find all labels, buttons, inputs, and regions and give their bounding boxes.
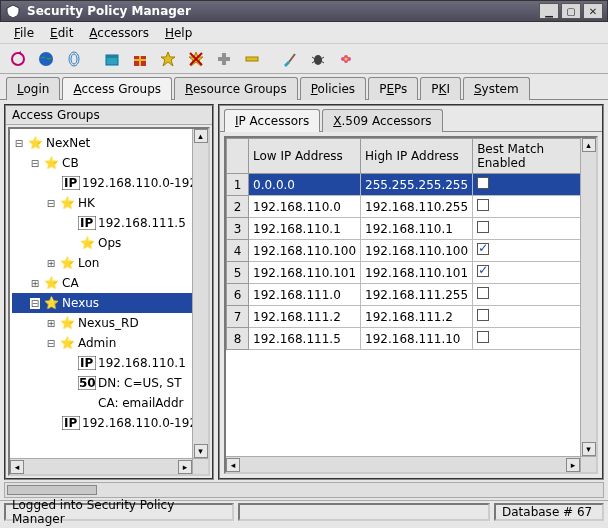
cell-best-match[interactable] [473,240,596,262]
tree-node-admin-ip[interactable]: IP192.168.110.1 [12,353,206,373]
cell-low-ip[interactable]: 192.168.110.100 [249,240,361,262]
tab-pki[interactable]: PKI [420,77,461,100]
tree-node-ca-email[interactable]: CA: emailAddr [12,393,206,413]
cell-best-match[interactable] [473,262,596,284]
cell-best-match[interactable] [473,218,596,240]
table-row[interactable]: 10.0.0.0255.255.255.255 [227,174,596,196]
svg-rect-8 [134,59,146,61]
table-row[interactable]: 2192.168.110.0192.168.110.255 [227,196,596,218]
col-rownum[interactable] [227,139,249,174]
cell-high-ip[interactable]: 192.168.111.2 [361,306,473,328]
tree-node-lon[interactable]: ⊞⭐Lon [12,253,206,273]
cell-low-ip[interactable]: 192.168.111.2 [249,306,361,328]
tab-policies[interactable]: Policies [300,77,366,100]
tool-minus-icon[interactable] [240,47,264,71]
cell-high-ip[interactable]: 192.168.110.255 [361,196,473,218]
tool-fingerprint-icon[interactable] [62,47,86,71]
split-slider[interactable] [4,482,604,498]
cell-high-ip[interactable]: 255.255.255.255 [361,174,473,196]
tool-flower-icon[interactable] [334,47,358,71]
cell-low-ip[interactable]: 192.168.111.0 [249,284,361,306]
maximize-button[interactable]: ▢ [561,3,581,19]
checkbox[interactable] [477,177,489,189]
rtab-x509-accessors[interactable]: X.509 Accessors [322,109,442,132]
cell-high-ip[interactable]: 192.168.110.101 [361,262,473,284]
tool-brush-icon[interactable] [278,47,302,71]
tree-node-admin[interactable]: ⊟⭐Admin [12,333,206,353]
slider-handle[interactable] [7,485,97,495]
tree-node-ca[interactable]: ⊞⭐CA [12,273,206,293]
cell-low-ip[interactable]: 192.168.111.5 [249,328,361,350]
cell-high-ip[interactable]: 192.168.111.255 [361,284,473,306]
checkbox[interactable] [477,265,489,277]
cell-low-ip[interactable]: 192.168.110.101 [249,262,361,284]
row-number: 8 [227,328,249,350]
tab-access-groups[interactable]: Access Groups [62,77,172,100]
cell-high-ip[interactable]: 192.168.110.1 [361,218,473,240]
table-horizontal-scrollbar[interactable]: ◂▸ [226,456,580,472]
col-high-ip[interactable]: High IP Address [361,139,473,174]
menu-edit[interactable]: Edit [44,24,79,42]
tree-node-nexnet[interactable]: ⊟⭐NexNet [12,133,206,153]
close-button[interactable]: ✕ [583,3,603,19]
checkbox[interactable] [477,287,489,299]
tree-node-bottom-ip[interactable]: IP192.168.110.0-192 [12,413,206,433]
cell-high-ip[interactable]: 192.168.111.10 [361,328,473,350]
tree-node-hk-ip[interactable]: IP192.168.111.5 [12,213,206,233]
col-best-match[interactable]: Best Match Enabled [473,139,596,174]
tool-block-icon[interactable] [184,47,208,71]
tree-view[interactable]: ⊟⭐NexNet ⊟⭐CB IP192.168.110.0-192 ⊟⭐HK I… [8,127,210,476]
cell-low-ip[interactable]: 192.168.110.1 [249,218,361,240]
table-row[interactable]: 7192.168.111.2192.168.111.2 [227,306,596,328]
tool-refresh-icon[interactable] [6,47,30,71]
row-number: 2 [227,196,249,218]
cell-low-ip[interactable]: 0.0.0.0 [249,174,361,196]
tool-box-icon[interactable] [100,47,124,71]
cell-low-ip[interactable]: 192.168.110.0 [249,196,361,218]
tree-vertical-scrollbar[interactable]: ▴▾ [192,129,208,458]
tool-globe-icon[interactable] [34,47,58,71]
tab-peps[interactable]: PEPs [368,77,418,100]
checkbox[interactable] [477,309,489,321]
cell-best-match[interactable] [473,196,596,218]
tree-node-hk[interactable]: ⊟⭐HK [12,193,206,213]
tool-star-icon[interactable] [156,47,180,71]
cell-best-match[interactable] [473,328,596,350]
table-row[interactable]: 4192.168.110.100192.168.110.100 [227,240,596,262]
table-row[interactable]: 5192.168.110.101192.168.110.101 [227,262,596,284]
cell-best-match[interactable] [473,284,596,306]
menu-help[interactable]: Help [159,24,198,42]
tab-system[interactable]: System [463,77,530,100]
tree-node-cb-ip[interactable]: IP192.168.110.0-192 [12,173,206,193]
table-vertical-scrollbar[interactable]: ▴▾ [580,138,596,456]
cell-best-match[interactable] [473,306,596,328]
menu-file[interactable]: File [8,24,40,42]
tree-node-nexus-rd[interactable]: ⊞⭐Nexus_RD [12,313,206,333]
cell-high-ip[interactable]: 192.168.110.100 [361,240,473,262]
menu-accessors[interactable]: Accessors [83,24,155,42]
tool-gift-icon[interactable] [128,47,152,71]
tab-resource-groups[interactable]: Resource Groups [174,77,298,100]
minimize-button[interactable]: ▁ [539,3,559,19]
tree-node-cb[interactable]: ⊟⭐CB [12,153,206,173]
checkbox[interactable] [477,243,489,255]
cell-best-match[interactable] [473,174,596,196]
table-row[interactable]: 3192.168.110.1192.168.110.1 [227,218,596,240]
ip-table[interactable]: Low IP Address High IP Address Best Matc… [224,136,598,474]
tree-node-nexus[interactable]: ⊟⭐Nexus [12,293,206,313]
tool-plus-icon[interactable] [212,47,236,71]
row-number: 6 [227,284,249,306]
table-row[interactable]: 8192.168.111.5192.168.111.10 [227,328,596,350]
table-row[interactable]: 6192.168.111.0192.168.111.255 [227,284,596,306]
checkbox[interactable] [477,199,489,211]
rtab-ip-accessors[interactable]: IP Accessors [224,109,320,132]
tree-horizontal-scrollbar[interactable]: ◂▸ [10,458,192,474]
tool-bug-icon[interactable] [306,47,330,71]
status-db: Database # 67 [494,503,604,521]
tab-login[interactable]: Login [6,77,60,100]
checkbox[interactable] [477,221,489,233]
checkbox[interactable] [477,331,489,343]
tree-node-ops[interactable]: ⭐Ops [12,233,206,253]
tree-node-dn[interactable]: 509DN: C=US, ST [12,373,206,393]
col-low-ip[interactable]: Low IP Address [249,139,361,174]
